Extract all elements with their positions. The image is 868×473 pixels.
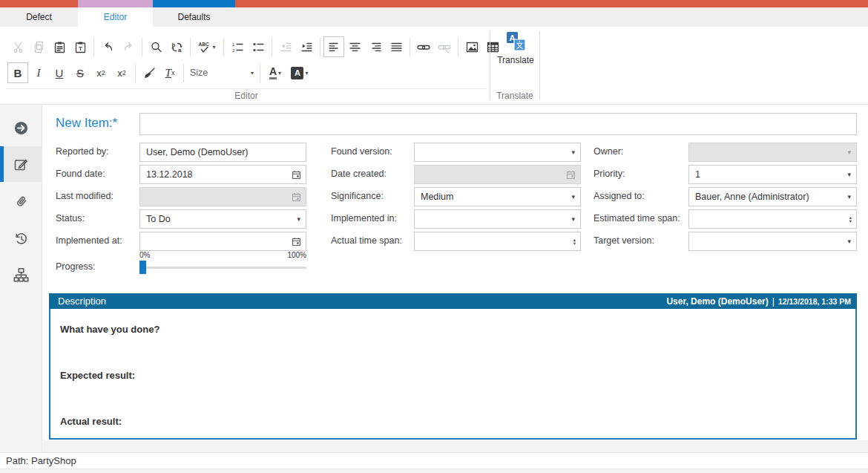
hierarchy-icon: [13, 267, 29, 283]
sidebar-item-goto[interactable]: [0, 111, 42, 144]
path-label: Path: PartyShop: [6, 455, 76, 466]
reported-by-field[interactable]: User, Demo (DemoUser): [139, 143, 306, 162]
align-center-button[interactable]: [344, 36, 365, 57]
progress-handle[interactable]: [139, 261, 146, 274]
ribbon-separator: [93, 38, 94, 56]
undo-button[interactable]: [97, 36, 118, 57]
paste-text-icon: T: [74, 41, 87, 53]
sidebar-item-history[interactable]: [0, 222, 42, 255]
spinner-down-icon[interactable]: ▾: [849, 219, 852, 224]
clear-formatting-button[interactable]: Tx: [160, 62, 180, 83]
spellcheck-button[interactable]: ABC▾: [194, 36, 220, 57]
chevron-down-icon: ▾: [571, 194, 580, 200]
status-label: Status:: [56, 213, 85, 224]
chevron-down-icon: ▾: [251, 70, 254, 76]
description-title: Description: [58, 296, 106, 307]
top-color-strip: [0, 0, 868, 7]
editor-group-divider: [6, 88, 487, 89]
ribbon-separator: [183, 64, 184, 82]
image-button[interactable]: [461, 36, 482, 57]
sidebar: [0, 105, 42, 452]
ribbon-separator: [272, 38, 272, 56]
font-size-label: Size: [190, 68, 208, 78]
strikethrough-button[interactable]: S: [70, 62, 91, 83]
replace-button[interactable]: ba: [166, 36, 187, 57]
font-size-dropdown[interactable]: Size▾: [187, 64, 257, 82]
outdent-button: [275, 36, 296, 57]
estimated-time-span-label: Estimated time span:: [594, 213, 680, 224]
bg-color-button[interactable]: A▾: [287, 62, 312, 83]
text-color-icon: A: [269, 66, 277, 79]
link-button[interactable]: [413, 36, 434, 57]
date-created-label: Date created:: [331, 169, 387, 179]
translate-button[interactable]: A Translate: [493, 31, 539, 86]
description-header: Description User, Demo (DemoUser) | 12/1…: [49, 293, 857, 309]
paste-button[interactable]: [49, 36, 70, 57]
significance-dropdown[interactable]: Medium▾: [414, 187, 581, 206]
significance-label: Significance:: [331, 191, 384, 201]
assigned-to-dropdown[interactable]: Bauer, Anne (Administrator)▾: [688, 187, 857, 206]
italic-button[interactable]: I: [28, 62, 49, 83]
attachment-icon: [13, 195, 29, 210]
superscript-button[interactable]: x2: [111, 62, 132, 83]
italic-glyph: I: [37, 68, 41, 79]
owner-dropdown: ▾: [688, 143, 857, 162]
progress-slider[interactable]: 0% 100%: [139, 251, 306, 276]
actual-time-span-label: Actual time span:: [331, 235, 402, 246]
replace-icon: ba: [171, 41, 183, 53]
undo-icon: [102, 41, 114, 53]
form-area: New Item:* Reported by: User, Demo (Demo…: [43, 105, 868, 452]
format-painter-icon: [143, 67, 156, 79]
goto-icon: [13, 120, 29, 136]
ribbon-separator: [190, 38, 191, 56]
format-painter-button[interactable]: [139, 62, 160, 83]
found-version-dropdown[interactable]: ▾: [414, 143, 581, 162]
progress-max-label: 100%: [287, 251, 306, 259]
description-editor[interactable]: What have you done? Expected result: Act…: [49, 309, 857, 440]
underline-button[interactable]: U: [49, 62, 70, 83]
implemented-at-field[interactable]: [139, 232, 306, 251]
sidebar-item-editor[interactable]: [0, 146, 42, 182]
paste-text-button[interactable]: T: [70, 36, 91, 57]
chevron-down-icon: ▾: [847, 149, 856, 156]
tab-defaults[interactable]: Defaults: [153, 7, 235, 27]
tab-defect[interactable]: Defect: [0, 7, 78, 27]
history-icon: [13, 231, 29, 247]
align-right-button[interactable]: [365, 36, 386, 57]
clear-format-small-glyph: x: [171, 69, 175, 76]
spinner-buttons[interactable]: ▴▾: [849, 215, 856, 224]
text-color-button[interactable]: A▾: [263, 62, 287, 83]
ribbon-separator: [320, 38, 320, 56]
bold-button[interactable]: B: [7, 62, 28, 83]
status-dropdown[interactable]: To Do▾: [139, 209, 306, 229]
actual-time-span-field[interactable]: ▴▾: [414, 232, 581, 251]
paste-icon: [53, 41, 66, 53]
spinner-buttons[interactable]: ▴▾: [573, 238, 580, 246]
target-version-dropdown[interactable]: ▾: [688, 232, 857, 251]
ribbon-separator: [410, 38, 410, 56]
progress-track[interactable]: [139, 267, 306, 269]
find-button[interactable]: [145, 36, 166, 57]
subscript-button[interactable]: x2: [91, 62, 111, 83]
estimated-time-span-field[interactable]: ▴▾: [688, 209, 857, 229]
sidebar-item-attachments[interactable]: [0, 186, 42, 218]
calendar-icon[interactable]: [292, 170, 306, 180]
chevron-down-icon: ▾: [847, 172, 856, 178]
align-left-button[interactable]: [323, 36, 344, 57]
indent-button[interactable]: [296, 36, 317, 57]
implemented-in-dropdown[interactable]: ▾: [414, 209, 581, 229]
priority-dropdown[interactable]: 1▾: [688, 165, 857, 184]
strip-rest: [235, 0, 868, 7]
new-item-input[interactable]: [139, 113, 857, 135]
redo-icon: [122, 41, 135, 53]
calendar-icon[interactable]: [292, 237, 306, 247]
justify-button[interactable]: [386, 36, 407, 57]
bullet-list-button[interactable]: [248, 36, 269, 57]
sidebar-item-hierarchy[interactable]: [0, 258, 42, 291]
tab-editor[interactable]: Editor: [78, 7, 153, 27]
spinner-down-icon[interactable]: ▾: [573, 241, 576, 246]
found-date-field[interactable]: 13.12.2018: [139, 165, 306, 184]
clear-format-glyph: T: [165, 67, 171, 79]
priority-label: Priority:: [594, 169, 625, 179]
numbered-list-button[interactable]: 12: [227, 36, 248, 57]
